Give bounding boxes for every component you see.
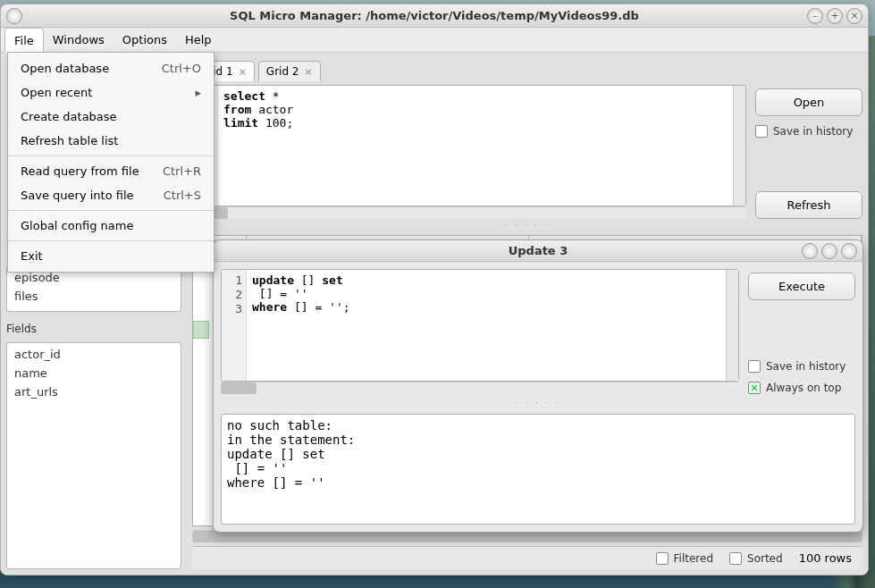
row-count: 100 rows (799, 551, 852, 565)
splitter[interactable]: · · · · · (192, 223, 862, 231)
menubar: File Windows Options Help (1, 28, 868, 53)
row-cursor-icon (193, 321, 209, 339)
menu-open-recent[interactable]: Open recent▸ (8, 80, 214, 105)
query-editor[interactable]: 1 2 3 select * from actor limit 100; (192, 85, 746, 206)
close-icon[interactable]: × (305, 66, 313, 78)
tab-grid2[interactable]: Grid 2 × (258, 61, 321, 81)
error-output[interactable]: no such table: in the statement: update … (221, 414, 855, 525)
checkbox-icon[interactable] (729, 552, 742, 565)
maximize-button[interactable]: + (827, 8, 843, 24)
checkbox-icon[interactable] (755, 125, 768, 138)
fields-listbox[interactable]: actor_id name art_urls (6, 342, 181, 569)
menu-options[interactable]: Options (114, 28, 176, 52)
menu-read-query-file[interactable]: Read query from fileCtrl+R (8, 159, 214, 183)
menu-save-query-file[interactable]: Save query into fileCtrl+S (8, 183, 214, 207)
statusbar: Filtered Sorted 100 rows (192, 546, 862, 569)
menu-file[interactable]: File (4, 28, 44, 53)
window-menu-icon[interactable] (6, 8, 22, 24)
refresh-button[interactable]: Refresh (755, 191, 862, 219)
filtered-checkbox[interactable]: Filtered (656, 552, 713, 565)
checkbox-icon[interactable] (748, 360, 761, 373)
line-gutter: 1 2 3 (222, 270, 247, 381)
minimize-button[interactable]: – (807, 8, 823, 24)
window-title: SQL Micro Manager: /home/victor/Videos/t… (1, 9, 868, 22)
menu-exit[interactable]: Exit (8, 244, 214, 268)
file-dropdown: Open databaseCtrl+O Open recent▸ Create … (7, 52, 215, 273)
menu-separator (8, 155, 214, 156)
menu-separator (8, 240, 214, 241)
update-dialog: Update 3 1 2 3 update [] set [] = '' whe… (213, 239, 863, 533)
menu-separator (8, 210, 214, 211)
save-history-checkbox[interactable]: Save in history (755, 125, 862, 138)
menu-help[interactable]: Help (176, 28, 221, 52)
tab-row: Grid 1 × Grid 2 × (192, 58, 862, 81)
horizontal-scrollbar[interactable] (192, 206, 746, 219)
dialog-minimize-button[interactable] (802, 243, 818, 259)
code-area[interactable]: update [] set [] = '' where [] = ''; (247, 270, 726, 381)
dialog-titlebar[interactable]: Update 3 (214, 240, 862, 262)
dialog-save-history-checkbox[interactable]: Save in history (748, 360, 855, 373)
always-on-top-checkbox[interactable]: Always on top (748, 382, 855, 394)
menu-open-database[interactable]: Open databaseCtrl+O (8, 56, 214, 80)
dialog-maximize-button[interactable] (821, 243, 837, 259)
open-button[interactable]: Open (755, 88, 862, 116)
close-button[interactable]: × (846, 8, 862, 24)
sorted-checkbox[interactable]: Sorted (729, 552, 783, 565)
execute-button[interactable]: Execute (748, 273, 855, 300)
list-item[interactable]: art_urls (7, 382, 181, 401)
close-icon[interactable]: × (239, 66, 247, 78)
horizontal-scrollbar[interactable] (221, 382, 739, 394)
menu-global-config[interactable]: Global config name (8, 214, 214, 238)
menu-refresh-table-list[interactable]: Refresh table list (8, 129, 214, 153)
fields-label: Fields (6, 323, 181, 335)
list-item[interactable]: name (7, 364, 181, 382)
menu-windows[interactable]: Windows (44, 28, 114, 52)
dialog-title: Update 3 (214, 244, 862, 257)
list-item[interactable]: files (7, 287, 181, 306)
menu-create-database[interactable]: Create database (8, 105, 214, 129)
titlebar[interactable]: SQL Micro Manager: /home/victor/Videos/t… (1, 4, 868, 28)
tab-label: Grid 2 (266, 65, 299, 78)
vertical-scrollbar[interactable] (733, 86, 745, 206)
dialog-close-button[interactable] (841, 243, 857, 259)
checkbox-icon[interactable] (748, 382, 761, 394)
update-editor[interactable]: 1 2 3 update [] set [] = '' where [] = '… (221, 269, 739, 382)
vertical-scrollbar[interactable] (726, 270, 738, 381)
code-area[interactable]: select * from actor limit 100; (218, 86, 733, 206)
checkbox-icon[interactable] (656, 552, 669, 565)
splitter[interactable]: · · · · · (221, 399, 855, 408)
submenu-arrow-icon: ▸ (195, 86, 201, 99)
list-item[interactable]: actor_id (7, 345, 181, 364)
